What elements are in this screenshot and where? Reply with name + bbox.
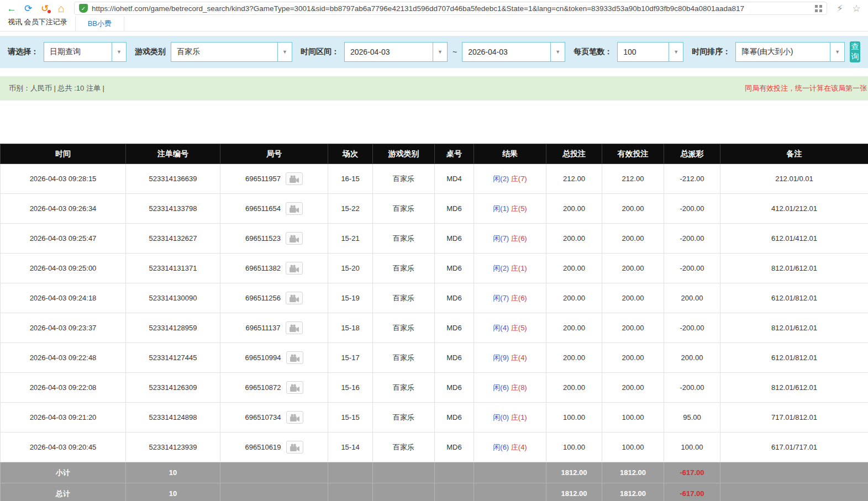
query-type-select[interactable]: 日期查询 ▼ bbox=[44, 42, 127, 62]
cell-session: 15-22 bbox=[328, 194, 373, 224]
cell-time: 2026-04-03 09:26:34 bbox=[1, 194, 126, 224]
tab-bb-tip[interactable]: BB小费 bbox=[75, 17, 124, 31]
date-to-select[interactable]: 2026-04-03 ▼ bbox=[462, 42, 565, 62]
refresh-icon[interactable]: ⟳ bbox=[21, 4, 35, 13]
cell-time: 2026-04-03 09:20:45 bbox=[1, 433, 126, 462]
undo-icon[interactable]: ↺ bbox=[38, 4, 52, 13]
cell-bet-id: 523314124898 bbox=[126, 403, 220, 433]
cell-total-bet[interactable]: 212.00 bbox=[546, 164, 602, 194]
video-replay-icon[interactable] bbox=[286, 441, 303, 453]
cell-total-bet[interactable]: 200.00 bbox=[546, 254, 602, 283]
video-replay-icon[interactable] bbox=[286, 292, 303, 304]
video-replay-icon[interactable] bbox=[286, 411, 303, 424]
cell-session: 15-16 bbox=[328, 373, 373, 403]
video-replay-icon[interactable] bbox=[286, 172, 303, 185]
column-header: 总投注 bbox=[546, 144, 602, 164]
result-banker: 庄(4) bbox=[511, 354, 527, 362]
breadcrumb[interactable]: 视讯 会员下注记录 bbox=[8, 13, 75, 31]
back-icon[interactable]: ← bbox=[4, 4, 19, 13]
cell-total-bet[interactable]: 200.00 bbox=[546, 343, 602, 373]
bookmark-star-icon[interactable]: ☆ bbox=[849, 4, 864, 13]
cell-remark: 717.01/812.01 bbox=[720, 403, 868, 433]
cell-bet-id: 523314136639 bbox=[126, 164, 220, 194]
cell-valid-bet: 200.00 bbox=[602, 373, 664, 403]
cell-total-bet[interactable]: 200.00 bbox=[546, 194, 602, 224]
cell-bet-id: 523314131371 bbox=[126, 254, 220, 283]
subtotal-row: 小计101812.001812.00-617.00 bbox=[1, 462, 868, 483]
cell-session: 15-19 bbox=[328, 283, 373, 313]
result-player: 闲(1) bbox=[493, 204, 509, 213]
cell-table-no: MD6 bbox=[435, 224, 474, 254]
video-replay-icon[interactable] bbox=[286, 232, 303, 245]
chevron-down-icon: ▼ bbox=[112, 43, 126, 61]
url-text[interactable]: https://iohetf.com/game/betrecord_search… bbox=[92, 4, 811, 13]
footer-total-bet: 1812.00 bbox=[546, 462, 602, 483]
cell-total-bet[interactable]: 200.00 bbox=[546, 224, 602, 254]
sort-order-select[interactable]: 降幂(由大到小) ▼ bbox=[735, 42, 845, 62]
column-header: 游戏类别 bbox=[373, 144, 435, 164]
cell-bet-id: 523314130090 bbox=[126, 283, 220, 313]
page-size-label: 每页笔数： bbox=[574, 47, 612, 57]
date-from-select[interactable]: 2026-04-03 ▼ bbox=[344, 42, 448, 62]
cell-round: 696510734 bbox=[220, 403, 328, 433]
security-shield-icon[interactable]: ✓ bbox=[79, 4, 88, 13]
cell-total-bet[interactable]: 200.00 bbox=[546, 283, 602, 313]
video-replay-icon[interactable] bbox=[286, 381, 303, 394]
video-replay-icon[interactable] bbox=[286, 202, 303, 215]
cell-valid-bet: 200.00 bbox=[602, 254, 664, 283]
query-type-value: 日期查询 bbox=[44, 43, 112, 61]
cell-table-no: MD6 bbox=[435, 403, 474, 433]
result-banker: 庄(5) bbox=[511, 204, 527, 213]
cell-session: 15-17 bbox=[328, 343, 373, 373]
cell-game-type: 百家乐 bbox=[373, 433, 435, 462]
round-number: 696510619 bbox=[245, 443, 281, 451]
result-banker: 庄(8) bbox=[511, 383, 527, 392]
round-number: 696511654 bbox=[245, 204, 281, 213]
cell-game-type: 百家乐 bbox=[373, 373, 435, 403]
cell-round: 696510994 bbox=[220, 343, 328, 373]
chevron-down-icon: ▼ bbox=[433, 43, 447, 61]
round-number: 696511523 bbox=[245, 234, 281, 242]
game-category-select[interactable]: 百家乐 ▼ bbox=[171, 42, 292, 62]
cell-payout: 95.00 bbox=[664, 403, 720, 433]
cell-game-type: 百家乐 bbox=[373, 403, 435, 433]
cell-game-type: 百家乐 bbox=[373, 224, 435, 254]
cell-bet-id: 523314123939 bbox=[126, 433, 220, 462]
extension-grid-icon[interactable] bbox=[815, 5, 822, 12]
cell-session: 15-21 bbox=[328, 224, 373, 254]
footer-payout: -617.00 bbox=[664, 483, 720, 501]
video-replay-icon[interactable] bbox=[286, 321, 303, 334]
address-bar[interactable]: ✓ https://iohetf.com/game/betrecord_sear… bbox=[74, 2, 827, 15]
total-row: 总计101812.001812.00-617.00 bbox=[1, 483, 868, 501]
cell-round: 696511523 bbox=[220, 224, 328, 254]
flash-icon[interactable]: ⚡ bbox=[833, 4, 847, 13]
cell-table-no: MD6 bbox=[435, 194, 474, 224]
cell-table-no: MD6 bbox=[435, 313, 474, 343]
page-size-select[interactable]: 100 ▼ bbox=[617, 42, 683, 62]
cell-round: 696511654 bbox=[220, 194, 328, 224]
table-row: 2026-04-03 09:20:45523314123939696510619… bbox=[1, 433, 868, 462]
chevron-down-icon: ▼ bbox=[830, 43, 844, 61]
cell-result: 闲(9) 庄(4) bbox=[474, 343, 546, 373]
column-header: 局号 bbox=[220, 144, 328, 164]
cell-result: 闲(7) 庄(6) bbox=[474, 224, 546, 254]
video-replay-icon[interactable] bbox=[286, 351, 303, 364]
cell-table-no: MD4 bbox=[435, 164, 474, 194]
cell-payout: -200.00 bbox=[664, 194, 720, 224]
sort-order-label: 时间排序： bbox=[692, 47, 730, 57]
query-type-label: 请选择： bbox=[8, 47, 39, 57]
home-icon[interactable]: ⌂ bbox=[54, 3, 69, 14]
cell-result: 闲(2) 庄(1) bbox=[474, 254, 546, 283]
cell-total-bet[interactable]: 200.00 bbox=[546, 373, 602, 403]
result-player: 闲(2) bbox=[493, 175, 509, 183]
cell-total-bet[interactable]: 100.00 bbox=[546, 433, 602, 462]
search-button[interactable]: 查询 bbox=[850, 41, 860, 62]
cell-total-bet[interactable]: 200.00 bbox=[546, 313, 602, 343]
currency-total-info: 币别：人民币 | 总共 :10 注单 | bbox=[9, 83, 104, 93]
cell-game-type: 百家乐 bbox=[373, 343, 435, 373]
cell-payout: -200.00 bbox=[664, 313, 720, 343]
cell-session: 15-18 bbox=[328, 313, 373, 343]
round-number: 696511382 bbox=[245, 264, 281, 272]
video-replay-icon[interactable] bbox=[286, 262, 303, 275]
cell-total-bet[interactable]: 100.00 bbox=[546, 403, 602, 433]
